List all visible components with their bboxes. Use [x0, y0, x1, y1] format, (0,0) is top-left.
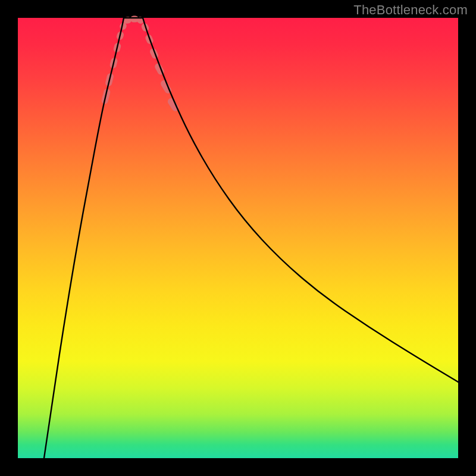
- plot-area: [18, 18, 458, 458]
- watermark-text: TheBottleneck.com: [353, 2, 468, 18]
- curve-right: [143, 18, 458, 382]
- chart-frame: TheBottleneck.com: [0, 0, 476, 476]
- curve-layer: [18, 18, 458, 458]
